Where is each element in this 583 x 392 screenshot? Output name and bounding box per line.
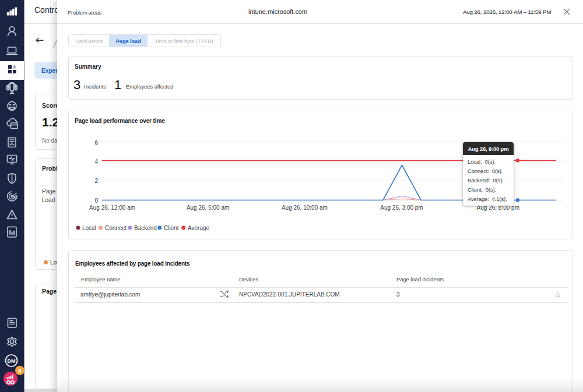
svg-text:Local: Local	[82, 225, 96, 231]
svg-text:DM: DM	[8, 358, 16, 364]
svg-text:6: 6	[94, 140, 98, 146]
svg-text:Backend: Backend	[134, 225, 157, 231]
svg-text:Aug 26, 3:00 pm: Aug 26, 3:00 pm	[380, 204, 423, 211]
svg-text:Aug 26, 10:00 am: Aug 26, 10:00 am	[282, 204, 328, 211]
svg-text:Client: Client	[164, 225, 179, 231]
svg-text:2: 2	[94, 178, 98, 184]
svg-text:0: 0	[94, 197, 98, 204]
svg-text:9: 9	[18, 368, 21, 374]
svg-text:Aug 26, 12:00 am: Aug 26, 12:00 am	[89, 204, 135, 211]
svg-text:Connect: Connect	[105, 225, 127, 231]
svg-text:Average: Average	[188, 225, 210, 231]
svg-text:Aug 26, 5:00 am: Aug 26, 5:00 am	[187, 204, 229, 211]
svg-text:4: 4	[94, 158, 98, 165]
